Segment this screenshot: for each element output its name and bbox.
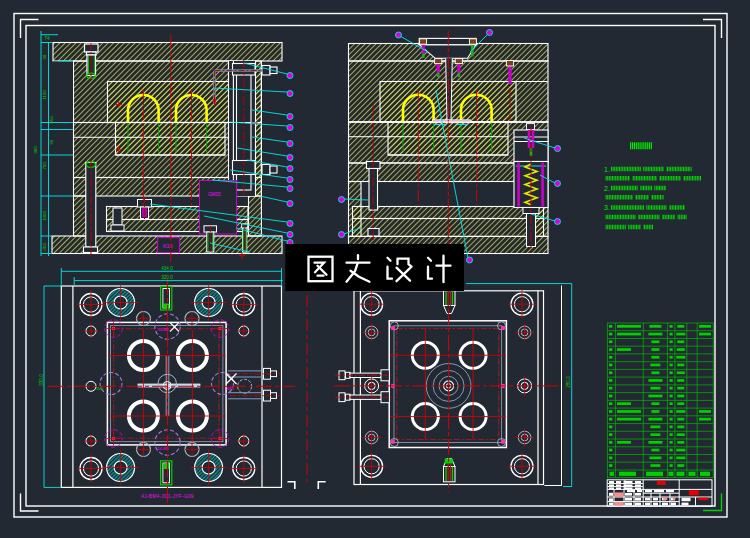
svg-text:450: 450 bbox=[49, 116, 54, 124]
svg-text:3.: 3. bbox=[604, 204, 610, 211]
svg-text:58: 58 bbox=[49, 139, 54, 144]
svg-text:2.: 2. bbox=[604, 185, 610, 192]
svg-text:380: 380 bbox=[33, 146, 38, 154]
svg-text:280.0: 280.0 bbox=[566, 376, 571, 388]
svg-text:750: 750 bbox=[42, 162, 47, 170]
svg-text:1000: 1000 bbox=[42, 211, 47, 221]
svg-text:1100: 1100 bbox=[42, 90, 47, 100]
svg-text:320.0: 320.0 bbox=[161, 275, 173, 280]
svg-text:450: 450 bbox=[42, 243, 47, 251]
svg-text:1.: 1. bbox=[604, 166, 610, 173]
svg-text:434.0: 434.0 bbox=[161, 266, 173, 271]
svg-text:4J-BM4-JD1-JYF-G09: 4J-BM4-JD1-JYF-G09 bbox=[141, 494, 194, 499]
svg-text:3M5: 3M5 bbox=[226, 387, 233, 391]
svg-text:5M5: 5M5 bbox=[96, 387, 103, 391]
svg-text:38: 38 bbox=[42, 54, 47, 59]
svg-text:74: 74 bbox=[44, 36, 50, 41]
svg-text:GM05: GM05 bbox=[208, 192, 221, 197]
svg-text:330.0: 330.0 bbox=[39, 374, 44, 386]
